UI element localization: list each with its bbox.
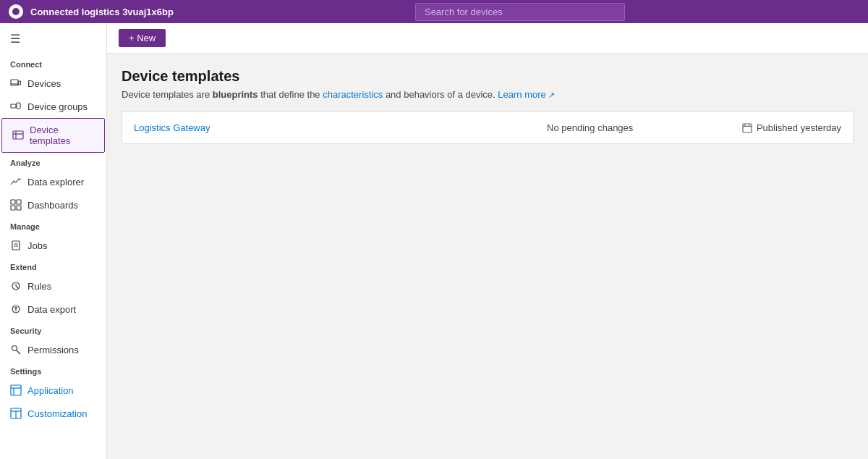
external-link-icon: ↗ bbox=[548, 90, 555, 99]
sidebar-label-jobs: Jobs bbox=[27, 240, 47, 251]
svg-rect-12 bbox=[12, 241, 20, 250]
data-export-icon bbox=[10, 303, 22, 315]
page-description: Device templates are blueprints that def… bbox=[122, 89, 854, 100]
search-container bbox=[415, 3, 625, 21]
sidebar-item-customization[interactable]: Customization bbox=[0, 402, 106, 425]
desc-blueprints: blueprints bbox=[213, 89, 258, 100]
sidebar-label-data-export: Data export bbox=[27, 304, 76, 315]
svg-rect-4 bbox=[17, 103, 20, 109]
rules-icon bbox=[10, 280, 22, 292]
sidebar-label-device-templates: Device templates bbox=[30, 125, 94, 146]
desc-text-end: and behaviors of a device. bbox=[383, 89, 495, 100]
sidebar-item-jobs[interactable]: Jobs bbox=[0, 234, 106, 257]
sidebar-label-permissions: Permissions bbox=[27, 345, 79, 355]
page-title: Device templates bbox=[122, 68, 854, 85]
template-status: No pending changes bbox=[438, 122, 741, 133]
svg-rect-0 bbox=[11, 80, 18, 85]
section-manage: Manage bbox=[0, 216, 106, 234]
sidebar-item-dashboards[interactable]: Dashboards bbox=[0, 193, 106, 216]
svg-rect-10 bbox=[11, 206, 15, 210]
svg-rect-28 bbox=[743, 124, 752, 132]
svg-line-21 bbox=[17, 350, 20, 354]
new-button[interactable]: + New bbox=[119, 29, 166, 47]
sidebar-label-customization: Customization bbox=[27, 408, 87, 419]
sidebar-label-rules: Rules bbox=[27, 281, 51, 292]
svg-line-17 bbox=[16, 286, 18, 288]
jobs-icon bbox=[10, 240, 22, 251]
topbar: Connected logistics 3vuaj1x6bp bbox=[0, 0, 868, 23]
sidebar-item-application[interactable]: Application bbox=[0, 379, 106, 402]
data-explorer-icon bbox=[10, 176, 22, 188]
sidebar: ☰ Connect Devices Device groups bbox=[0, 23, 107, 459]
sidebar-label-dashboards: Dashboards bbox=[27, 200, 78, 211]
section-extend: Extend bbox=[0, 257, 106, 274]
device-templates-icon bbox=[12, 130, 24, 141]
svg-rect-22 bbox=[11, 385, 21, 395]
sidebar-label-devices: Devices bbox=[27, 78, 61, 89]
svg-rect-3 bbox=[11, 104, 16, 108]
sidebar-label-data-explorer: Data explorer bbox=[27, 177, 84, 188]
search-input[interactable] bbox=[415, 3, 625, 21]
app-title: Connected logistics 3vuaj1x6bp bbox=[30, 7, 174, 17]
sidebar-item-devices[interactable]: Devices bbox=[0, 72, 106, 95]
content-area: + New Device templates Device templates … bbox=[107, 23, 868, 459]
template-published-text: Published yesterday bbox=[757, 122, 841, 133]
device-groups-icon bbox=[10, 101, 22, 112]
toolbar: + New bbox=[107, 23, 868, 54]
sidebar-item-data-explorer[interactable]: Data explorer bbox=[0, 170, 106, 193]
sidebar-item-device-templates[interactable]: Device templates bbox=[1, 118, 105, 153]
devices-icon bbox=[10, 77, 22, 89]
sidebar-item-permissions[interactable]: Permissions bbox=[0, 338, 106, 361]
main-content: Device templates Device templates are bl… bbox=[107, 54, 868, 159]
svg-rect-1 bbox=[19, 81, 21, 85]
application-icon bbox=[10, 384, 22, 396]
svg-point-20 bbox=[12, 346, 17, 351]
dashboards-icon bbox=[10, 199, 22, 211]
app-logo bbox=[9, 4, 23, 19]
svg-rect-9 bbox=[17, 200, 21, 204]
template-name[interactable]: Logistics Gateway bbox=[134, 122, 438, 133]
sidebar-label-application: Application bbox=[27, 385, 74, 396]
customization-icon bbox=[10, 408, 22, 419]
svg-rect-5 bbox=[13, 131, 23, 139]
sidebar-item-rules[interactable]: Rules bbox=[0, 274, 106, 298]
section-settings: Settings bbox=[0, 361, 106, 379]
sidebar-label-device-groups: Device groups bbox=[27, 101, 88, 112]
svg-rect-8 bbox=[11, 200, 15, 204]
hamburger-button[interactable]: ☰ bbox=[0, 23, 106, 54]
published-icon bbox=[742, 123, 752, 133]
template-row: Logistics Gateway No pending changes Pub… bbox=[122, 111, 854, 144]
sidebar-item-data-export[interactable]: Data export bbox=[0, 298, 106, 321]
permissions-icon bbox=[10, 344, 22, 355]
section-analyze: Analyze bbox=[0, 153, 106, 170]
learn-more-link[interactable]: Learn more bbox=[498, 89, 545, 100]
svg-rect-11 bbox=[17, 206, 21, 210]
section-connect: Connect bbox=[0, 54, 106, 72]
desc-text-mid: that define the bbox=[258, 89, 323, 100]
section-security: Security bbox=[0, 321, 106, 338]
desc-text-start: Device templates are bbox=[122, 89, 213, 100]
template-published-container: Published yesterday bbox=[742, 122, 841, 133]
sidebar-item-device-groups[interactable]: Device groups bbox=[0, 95, 106, 118]
desc-characteristics[interactable]: characteristics bbox=[323, 89, 383, 100]
